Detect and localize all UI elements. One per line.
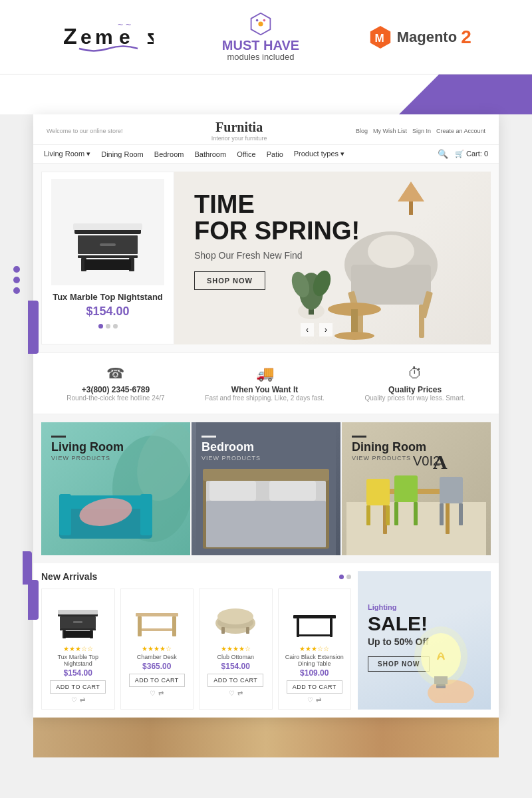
product-dining-table-svg [291, 597, 338, 640]
svg-rect-55 [366, 505, 370, 525]
hero-title-line2: FOR SPRING! [194, 218, 360, 245]
product-3-stars: ★★★★☆ [221, 645, 251, 652]
blog-link[interactable]: Blog [356, 128, 368, 134]
product-3-add-to-cart[interactable]: ADD TO CART [207, 674, 263, 687]
product-ottoman-image [209, 595, 262, 641]
magento-version: 2 [461, 27, 471, 48]
svg-rect-45 [203, 469, 329, 481]
slider-dot-3[interactable] [113, 324, 118, 329]
purple-accent-bottom [23, 551, 32, 585]
product-1-add-to-cart[interactable]: ADD TO CART [50, 680, 106, 694]
product-4-name: Cairo Black Extension Dining Table [284, 654, 346, 667]
svg-rect-82 [293, 615, 336, 618]
heart-icon[interactable]: ♡ [71, 696, 77, 704]
nav-living-room[interactable]: Living Room ▾ [44, 150, 90, 158]
feature-quality: ⏱ Quality Prices Quality prices for way … [365, 365, 466, 402]
must-have-badge: MUST HAVE modules included [222, 12, 299, 62]
svg-text:m: m [95, 26, 113, 48]
svg-rect-73 [136, 613, 178, 616]
arrivals-dot-1[interactable] [339, 575, 344, 579]
category-bar-dining [352, 436, 366, 438]
slider-dot-2[interactable] [106, 324, 110, 329]
new-arrivals-section: New Arrivals [33, 563, 499, 718]
svg-rect-47 [209, 481, 256, 501]
svg-rect-61 [440, 503, 444, 525]
category-living-room[interactable]: Living Room VIEW PRODUCTS [41, 422, 190, 555]
heart-icon-3[interactable]: ♡ [229, 690, 235, 697]
svg-rect-41 [140, 494, 152, 535]
feature-shipping-sub: Fast and free shipping. Like, 2 days fas… [205, 394, 325, 402]
svg-point-7 [258, 21, 263, 26]
product-desk-svg [134, 597, 180, 640]
zemes-logo[interactable]: Z e m e ~ ~ z [61, 19, 154, 55]
nav-product-types[interactable]: Product types ▾ [294, 150, 344, 158]
heart-icon-4[interactable]: ♡ [307, 696, 313, 704]
search-icon[interactable]: 🔍 [438, 149, 448, 159]
feature-phone-sub: Round-the-clock free hotline 24/7 [66, 394, 164, 402]
product-1-wishlist: ♡ ⇄ [71, 696, 85, 704]
product-1-stars: ★★★☆☆ [63, 645, 93, 652]
hero-cta-button[interactable]: SHOP NOW [194, 271, 265, 290]
product-2-stars: ★★★★☆ [142, 645, 172, 652]
svg-rect-48 [269, 481, 316, 501]
nav-bedroom[interactable]: Bedroom [154, 150, 184, 158]
store-welcome-text: Welcome to our online store! [47, 128, 122, 134]
side-dot-2 [13, 277, 20, 283]
svg-rect-76 [142, 628, 172, 631]
nav-patio[interactable]: Patio [267, 150, 283, 158]
feature-quality-title: Quality Prices [365, 385, 466, 394]
accent-top-decoration [0, 74, 532, 114]
product-desk-image [130, 595, 184, 641]
compare-icon[interactable]: ⇄ [80, 696, 85, 704]
svg-rect-68 [73, 621, 82, 623]
svg-rect-57 [394, 475, 418, 502]
phone-icon: ☎ [66, 365, 164, 382]
cart-button[interactable]: 🛒 Cart: 0 [455, 150, 488, 158]
wishlist-link[interactable]: My Wish List [373, 128, 407, 134]
top-banner: Z e m e ~ ~ z MUST HAVE modules included [0, 0, 532, 74]
feature-phone: ☎ +3(800) 2345-6789 Round-the-clock free… [66, 365, 164, 402]
svg-marker-19 [398, 182, 424, 201]
living-room-link[interactable]: VIEW PRODUCTS [51, 455, 124, 462]
arrivals-slider-dots [339, 575, 351, 579]
arrivals-product-grid: ★★★☆☆ Tux Marble Top Nightstand $154.00 … [41, 589, 351, 710]
compare-icon-4[interactable]: ⇄ [316, 696, 321, 704]
purple-accent-left-2 [28, 580, 39, 620]
svg-rect-85 [297, 634, 332, 636]
side-dot-3 [13, 287, 20, 294]
svg-point-9 [263, 19, 266, 22]
bottom-wood-texture [33, 718, 499, 757]
product-4-add-to-cart[interactable]: ADD TO CART [287, 680, 342, 694]
store-subtitle: Interior your furniture [211, 135, 267, 142]
create-account-link[interactable]: Create an Account [436, 128, 485, 134]
heart-icon-2[interactable]: ♡ [150, 690, 156, 697]
product-2-add-to-cart[interactable]: ADD TO CART [129, 674, 185, 687]
arrivals-header: New Arrivals [41, 571, 351, 582]
hero-prev-button[interactable]: ‹ [301, 323, 314, 336]
signin-link[interactable]: Sign In [412, 128, 431, 134]
compare-icon-3[interactable]: ⇄ [237, 690, 243, 697]
category-bedroom[interactable]: Bedroom VIEW PRODUCTS [192, 422, 340, 555]
arrivals-dot-2[interactable] [346, 575, 351, 579]
compare-icon-2[interactable]: ⇄ [158, 690, 164, 697]
svg-rect-75 [172, 616, 176, 636]
store-container: Welcome to our online store! Furnitia In… [33, 114, 499, 718]
hexagon-icon [249, 12, 273, 36]
nav-dining-room[interactable]: Dining Room [101, 150, 144, 158]
svg-rect-60 [440, 477, 463, 503]
nav-office[interactable]: Office [237, 150, 256, 158]
svg-text:M: M [374, 31, 384, 44]
nav-bathroom[interactable]: Bathroom [194, 150, 226, 158]
truck-icon: 🚚 [205, 365, 325, 382]
slider-dot-1[interactable] [98, 324, 103, 329]
hero-next-button[interactable]: › [319, 323, 332, 336]
store-title-block: Furnitia Interior your furniture [211, 120, 267, 142]
light-bulb-illustration [404, 610, 484, 703]
category-grid: Living Room VIEW PRODUCTS [33, 414, 499, 563]
dining-room-link[interactable]: VIEW PRODUCTS [352, 455, 426, 462]
bedroom-link[interactable]: VIEW PRODUCTS [201, 455, 261, 462]
dining-room-name: Dining Room [352, 440, 426, 455]
category-dining-room[interactable]: A V0I2 Dining Room VIEW PRODUCTS [342, 422, 491, 555]
product-3-name: Club Ottoman [217, 654, 254, 660]
svg-rect-14 [100, 243, 116, 246]
